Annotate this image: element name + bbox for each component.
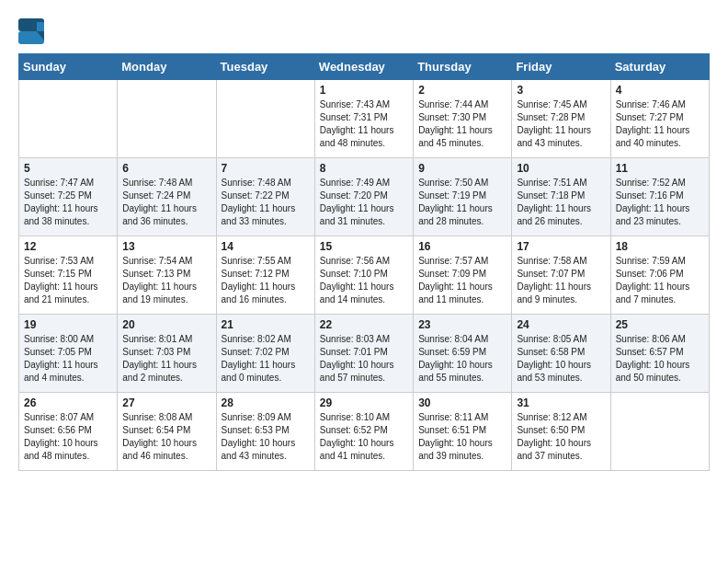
calendar-week-row: 19Sunrise: 8:00 AMSunset: 7:05 PMDayligh… [19, 315, 710, 393]
day-number: 7 [222, 162, 310, 175]
cell-content: Sunrise: 7:55 AMSunset: 7:12 PMDaylight:… [222, 255, 310, 306]
cell-content: Sunrise: 7:48 AMSunset: 7:24 PMDaylight:… [122, 177, 210, 228]
cell-content: Sunrise: 8:08 AMSunset: 6:54 PMDaylight:… [122, 411, 210, 463]
cell-content: Sunrise: 7:59 AMSunset: 7:06 PMDaylight:… [616, 255, 704, 306]
day-number: 12 [24, 240, 112, 253]
calendar-cell: 10Sunrise: 7:51 AMSunset: 7:18 PMDayligh… [512, 158, 610, 236]
calendar-cell [216, 80, 314, 158]
calendar-cell: 2Sunrise: 7:44 AMSunset: 7:30 PMDaylight… [414, 80, 512, 158]
day-number: 29 [320, 396, 408, 409]
cell-content: Sunrise: 7:45 AMSunset: 7:28 PMDaylight:… [517, 98, 605, 150]
day-number: 26 [24, 396, 112, 409]
logo [18, 18, 48, 44]
day-number: 2 [418, 84, 506, 97]
calendar-cell: 20Sunrise: 8:01 AMSunset: 7:03 PMDayligh… [118, 315, 216, 393]
cell-content: Sunrise: 8:01 AMSunset: 7:03 PMDaylight:… [122, 333, 210, 385]
calendar-cell: 7Sunrise: 7:48 AMSunset: 7:22 PMDaylight… [216, 158, 314, 236]
calendar-cell: 1Sunrise: 7:43 AMSunset: 7:31 PMDaylight… [314, 80, 413, 158]
cell-content: Sunrise: 8:00 AMSunset: 7:05 PMDaylight:… [24, 333, 112, 385]
calendar-cell: 16Sunrise: 7:57 AMSunset: 7:09 PMDayligh… [414, 236, 512, 315]
calendar-cell: 26Sunrise: 8:07 AMSunset: 6:56 PMDayligh… [19, 393, 118, 471]
calendar-cell: 14Sunrise: 7:55 AMSunset: 7:12 PMDayligh… [216, 236, 314, 315]
day-number: 31 [517, 396, 605, 409]
calendar-header: SundayMondayTuesdayWednesdayThursdayFrid… [19, 54, 710, 80]
cell-content: Sunrise: 8:04 AMSunset: 6:59 PMDaylight:… [418, 333, 506, 385]
logo-icon [18, 18, 44, 44]
calendar-cell: 15Sunrise: 7:56 AMSunset: 7:10 PMDayligh… [314, 236, 413, 315]
day-number: 19 [24, 318, 112, 331]
weekday-header: Wednesday [314, 54, 413, 80]
calendar-cell: 29Sunrise: 8:10 AMSunset: 6:52 PMDayligh… [314, 393, 413, 471]
cell-content: Sunrise: 7:54 AMSunset: 7:13 PMDaylight:… [122, 255, 210, 306]
calendar-cell: 11Sunrise: 7:52 AMSunset: 7:16 PMDayligh… [610, 158, 709, 236]
calendar-cell: 6Sunrise: 7:48 AMSunset: 7:24 PMDaylight… [118, 158, 216, 236]
day-number: 11 [616, 162, 704, 175]
day-number: 16 [418, 240, 506, 253]
cell-content: Sunrise: 7:53 AMSunset: 7:15 PMDaylight:… [24, 255, 112, 306]
day-number: 8 [320, 162, 408, 175]
weekday-row: SundayMondayTuesdayWednesdayThursdayFrid… [19, 54, 710, 80]
calendar-cell: 9Sunrise: 7:50 AMSunset: 7:19 PMDaylight… [414, 158, 512, 236]
calendar-week-row: 5Sunrise: 7:47 AMSunset: 7:25 PMDaylight… [19, 158, 710, 236]
cell-content: Sunrise: 7:46 AMSunset: 7:27 PMDaylight:… [616, 98, 704, 150]
calendar-cell: 28Sunrise: 8:09 AMSunset: 6:53 PMDayligh… [216, 393, 314, 471]
day-number: 9 [418, 162, 506, 175]
cell-content: Sunrise: 8:11 AMSunset: 6:51 PMDaylight:… [418, 411, 506, 463]
calendar-week-row: 1Sunrise: 7:43 AMSunset: 7:31 PMDaylight… [19, 80, 710, 158]
calendar-cell: 23Sunrise: 8:04 AMSunset: 6:59 PMDayligh… [414, 315, 512, 393]
day-number: 20 [122, 318, 210, 331]
cell-content: Sunrise: 7:52 AMSunset: 7:16 PMDaylight:… [616, 177, 704, 228]
calendar-cell: 12Sunrise: 7:53 AMSunset: 7:15 PMDayligh… [19, 236, 118, 315]
cell-content: Sunrise: 7:56 AMSunset: 7:10 PMDaylight:… [320, 255, 408, 306]
calendar-cell: 19Sunrise: 8:00 AMSunset: 7:05 PMDayligh… [19, 315, 118, 393]
day-number: 5 [24, 162, 112, 175]
weekday-header: Thursday [414, 54, 512, 80]
calendar-body: 1Sunrise: 7:43 AMSunset: 7:31 PMDaylight… [19, 80, 710, 471]
cell-content: Sunrise: 8:06 AMSunset: 6:57 PMDaylight:… [616, 333, 704, 385]
day-number: 21 [222, 318, 310, 331]
calendar-cell: 30Sunrise: 8:11 AMSunset: 6:51 PMDayligh… [414, 393, 512, 471]
page-header [18, 18, 710, 44]
calendar-week-row: 12Sunrise: 7:53 AMSunset: 7:15 PMDayligh… [19, 236, 710, 315]
cell-content: Sunrise: 8:05 AMSunset: 6:58 PMDaylight:… [517, 333, 605, 385]
cell-content: Sunrise: 7:47 AMSunset: 7:25 PMDaylight:… [24, 177, 112, 228]
day-number: 1 [320, 84, 408, 97]
weekday-header: Tuesday [216, 54, 314, 80]
cell-content: Sunrise: 8:03 AMSunset: 7:01 PMDaylight:… [320, 333, 408, 385]
day-number: 13 [122, 240, 210, 253]
day-number: 25 [616, 318, 704, 331]
day-number: 4 [616, 84, 704, 97]
calendar-cell: 27Sunrise: 8:08 AMSunset: 6:54 PMDayligh… [118, 393, 216, 471]
day-number: 24 [517, 318, 605, 331]
cell-content: Sunrise: 7:57 AMSunset: 7:09 PMDaylight:… [418, 255, 506, 306]
weekday-header: Monday [118, 54, 216, 80]
day-number: 23 [418, 318, 506, 331]
day-number: 6 [122, 162, 210, 175]
cell-content: Sunrise: 7:44 AMSunset: 7:30 PMDaylight:… [418, 98, 506, 150]
day-number: 28 [222, 396, 310, 409]
day-number: 14 [222, 240, 310, 253]
cell-content: Sunrise: 8:07 AMSunset: 6:56 PMDaylight:… [24, 411, 112, 463]
calendar-cell: 24Sunrise: 8:05 AMSunset: 6:58 PMDayligh… [512, 315, 610, 393]
cell-content: Sunrise: 7:48 AMSunset: 7:22 PMDaylight:… [222, 177, 310, 228]
weekday-header: Sunday [19, 54, 118, 80]
calendar-cell: 8Sunrise: 7:49 AMSunset: 7:20 PMDaylight… [314, 158, 413, 236]
calendar-cell: 17Sunrise: 7:58 AMSunset: 7:07 PMDayligh… [512, 236, 610, 315]
calendar-cell: 4Sunrise: 7:46 AMSunset: 7:27 PMDaylight… [610, 80, 709, 158]
calendar-cell: 18Sunrise: 7:59 AMSunset: 7:06 PMDayligh… [610, 236, 709, 315]
day-number: 17 [517, 240, 605, 253]
cell-content: Sunrise: 7:49 AMSunset: 7:20 PMDaylight:… [320, 177, 408, 228]
cell-content: Sunrise: 8:10 AMSunset: 6:52 PMDaylight:… [320, 411, 408, 463]
calendar-cell: 22Sunrise: 8:03 AMSunset: 7:01 PMDayligh… [314, 315, 413, 393]
calendar-cell: 13Sunrise: 7:54 AMSunset: 7:13 PMDayligh… [118, 236, 216, 315]
calendar-cell: 25Sunrise: 8:06 AMSunset: 6:57 PMDayligh… [610, 315, 709, 393]
day-number: 27 [122, 396, 210, 409]
calendar-cell: 31Sunrise: 8:12 AMSunset: 6:50 PMDayligh… [512, 393, 610, 471]
day-number: 3 [517, 84, 605, 97]
day-number: 15 [320, 240, 408, 253]
calendar-week-row: 26Sunrise: 8:07 AMSunset: 6:56 PMDayligh… [19, 393, 710, 471]
day-number: 10 [517, 162, 605, 175]
calendar-cell [19, 80, 118, 158]
cell-content: Sunrise: 7:51 AMSunset: 7:18 PMDaylight:… [517, 177, 605, 228]
cell-content: Sunrise: 7:58 AMSunset: 7:07 PMDaylight:… [517, 255, 605, 306]
